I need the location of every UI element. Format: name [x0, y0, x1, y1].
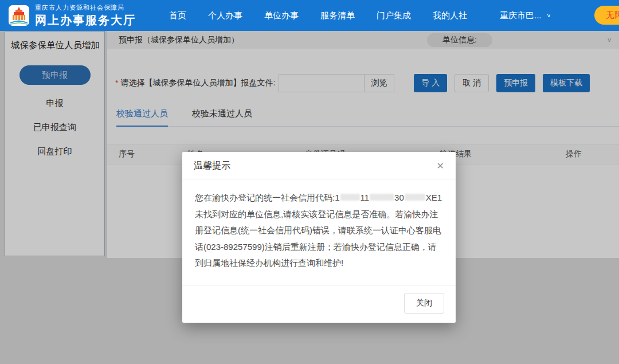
- close-icon[interactable]: ✕: [437, 162, 444, 171]
- warm-tip-dialog: 温馨提示 ✕ 您在渝快办登记的统一社会信用代码:11130XE1未找到对应的单位…: [182, 152, 456, 323]
- page: 重庆市人力资源和社会保障局 网上办事服务大厅 首页 个人办事 单位办事 服务清单…: [0, 0, 619, 364]
- accessibility-button[interactable]: 无障碍: [594, 6, 619, 25]
- redacted-block: [340, 194, 360, 201]
- code-part-4: XE1: [426, 193, 442, 202]
- nav-item-employer[interactable]: 单位办事: [264, 10, 299, 21]
- redacted-block: [405, 194, 425, 201]
- redacted-block: [370, 194, 394, 201]
- dialog-title: 温馨提示: [194, 160, 230, 172]
- dialog-footer: 关闭: [182, 285, 456, 323]
- code-part-2: 11: [361, 193, 370, 202]
- site-name: 网上办事服务大厅: [35, 13, 136, 28]
- dialog-message: 您在渝快办登记的统一社会信用代码:11130XE1未找到对应的单位信息,请核实该…: [182, 179, 456, 285]
- main-nav: 首页 个人办事 单位办事 服务清单 门户集成 我的人社: [169, 10, 467, 21]
- nav-item-personal[interactable]: 个人办事: [208, 10, 242, 21]
- code-part-1: 1: [335, 193, 339, 202]
- brand: 重庆市人力资源和社会保障局 网上办事服务大厅: [0, 3, 136, 28]
- message-after-code: 未找到对应的单位信息,请核实该登记信息是否准确。若渝快办注册登记信息(统一社会信…: [195, 209, 441, 268]
- org-name: 重庆市人力资源和社会保障局: [35, 3, 136, 12]
- brand-text: 重庆市人力资源和社会保障局 网上办事服务大厅: [35, 3, 136, 28]
- nav-item-portal[interactable]: 门户集成: [377, 10, 411, 21]
- top-header: 重庆市人力资源和社会保障局 网上办事服务大厅 首页 个人办事 单位办事 服务清单…: [0, 0, 619, 31]
- code-part-3: 30: [394, 193, 404, 202]
- message-before-code: 您在渝快办登记的统一社会信用代码:: [195, 193, 335, 202]
- dialog-header: 温馨提示 ✕: [182, 152, 456, 179]
- nav-item-my-account[interactable]: 我的人社: [433, 10, 467, 21]
- logo-emblem-icon: [8, 5, 30, 26]
- user-region-label: 重庆市巴...: [500, 10, 542, 21]
- nav-item-service-list[interactable]: 服务清单: [320, 10, 355, 21]
- user-region-dropdown[interactable]: 重庆市巴... ∨: [500, 0, 551, 31]
- dialog-close-button[interactable]: 关闭: [404, 293, 444, 314]
- chevron-down-icon: ∨: [547, 13, 551, 18]
- nav-item-home[interactable]: 首页: [169, 10, 186, 21]
